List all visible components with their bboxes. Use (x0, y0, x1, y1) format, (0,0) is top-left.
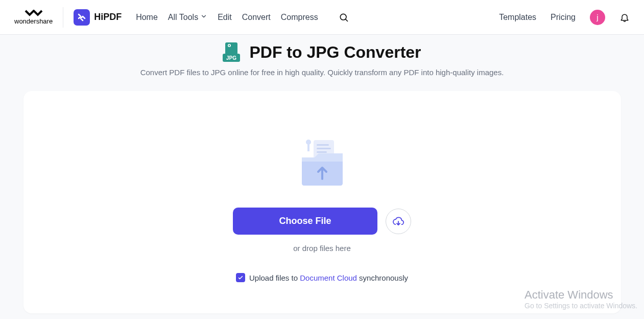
hipdf-logo-icon (74, 9, 90, 26)
svg-text:JPG: JPG (226, 55, 236, 61)
sync-checkbox[interactable] (236, 273, 245, 282)
document-cloud-link[interactable]: Document Cloud (300, 274, 357, 282)
nav-edit[interactable]: Edit (218, 13, 232, 22)
title-row: JPG PDF to JPG Converter (0, 42, 644, 62)
nav-pricing[interactable]: Pricing (551, 13, 576, 22)
nav-all-tools-label: All Tools (168, 13, 198, 22)
hipdf-brand[interactable]: HiPDF (74, 9, 122, 26)
wondershare-logo-icon (25, 10, 43, 18)
avatar[interactable]: j (590, 10, 605, 25)
notifications-icon[interactable] (619, 12, 630, 22)
brand-divider (63, 7, 63, 28)
svg-rect-6 (317, 144, 329, 146)
drop-text: or drop files here (34, 244, 611, 253)
nav-all-tools[interactable]: All Tools (168, 13, 207, 22)
top-header: wondershare HiPDF Home All Tools Edit Co… (0, 0, 644, 35)
nav-home[interactable]: Home (136, 13, 158, 22)
main-content: JPG PDF to JPG Converter Convert PDF fil… (0, 35, 644, 319)
cloud-import-button[interactable] (386, 209, 411, 234)
svg-rect-7 (317, 148, 331, 149)
page-subtitle: Convert PDF files to JPG online for free… (0, 68, 644, 77)
header-right: Templates Pricing j (499, 10, 630, 25)
button-row: Choose File (34, 208, 611, 235)
svg-rect-10 (307, 142, 309, 151)
jpg-file-icon: JPG (223, 42, 240, 62)
sync-suffix: synchronously (357, 274, 408, 282)
wondershare-brand[interactable]: wondershare (14, 10, 53, 25)
page-title: PDF to JPG Converter (249, 43, 421, 62)
choose-file-button[interactable]: Choose File (233, 208, 377, 235)
nav-compress[interactable]: Compress (281, 13, 318, 22)
main-nav: Home All Tools Edit Convert Compress (136, 12, 349, 22)
sync-prefix: Upload files to (249, 274, 300, 282)
wondershare-text: wondershare (14, 17, 53, 25)
chevron-down-icon (200, 13, 207, 22)
sync-row: Upload files to Document Cloud synchrono… (236, 273, 408, 282)
hipdf-text: HiPDF (94, 12, 122, 22)
upload-illustration (34, 137, 611, 188)
nav-convert[interactable]: Convert (242, 13, 271, 22)
nav-templates[interactable]: Templates (499, 13, 536, 22)
search-icon[interactable] (339, 12, 349, 22)
upload-card: Choose File or drop files here Upload fi… (23, 91, 621, 313)
svg-point-0 (340, 14, 346, 20)
cloud-download-icon (392, 215, 404, 227)
svg-rect-8 (317, 151, 327, 153)
